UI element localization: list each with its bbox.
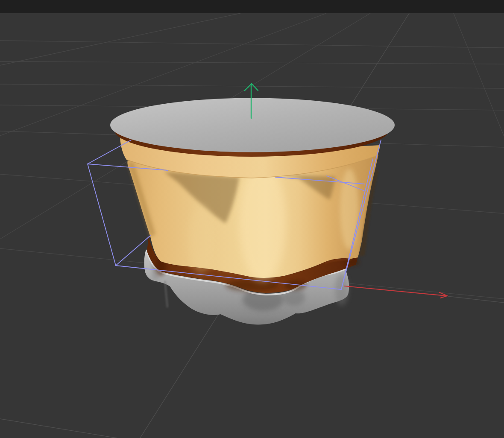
top-disc [110,98,395,152]
viewport-3d[interactable] [0,0,504,438]
app-window [0,0,504,438]
top-bar [0,0,504,13]
